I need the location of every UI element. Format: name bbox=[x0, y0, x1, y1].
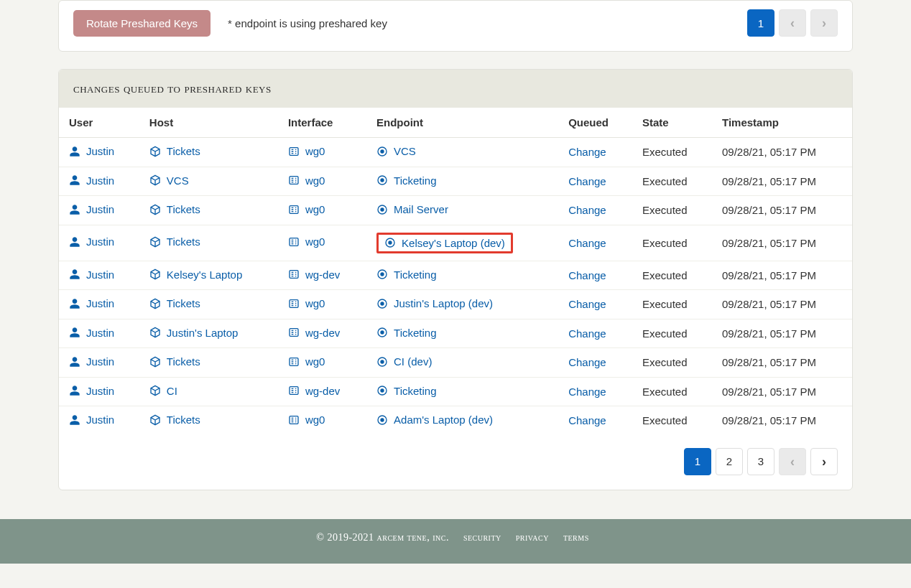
host-label: Tickets bbox=[167, 145, 200, 157]
host-link[interactable]: CI bbox=[149, 385, 177, 397]
interface-link[interactable]: wg0 bbox=[288, 355, 325, 368]
endpoint-link[interactable]: CI (dev) bbox=[376, 355, 432, 368]
person-icon bbox=[69, 236, 80, 248]
svg-rect-18 bbox=[290, 329, 298, 337]
queued-change-link[interactable]: Change bbox=[568, 356, 606, 368]
interface-link[interactable]: wg-dev bbox=[288, 385, 340, 397]
endpoint-link[interactable]: Justin's Laptop (dev) bbox=[376, 297, 493, 309]
cube-icon bbox=[149, 269, 161, 280]
page-1-button[interactable]: 1 bbox=[747, 9, 774, 37]
interface-link[interactable]: wg0 bbox=[288, 203, 325, 215]
endpoint-link[interactable]: Ticketing bbox=[376, 269, 436, 281]
endpoint-link[interactable]: Mail Server bbox=[376, 203, 448, 215]
queued-change-link[interactable]: Change bbox=[568, 298, 606, 310]
svg-rect-24 bbox=[290, 387, 298, 395]
queued-change-link[interactable]: Change bbox=[568, 386, 606, 398]
user-link[interactable]: Justin bbox=[69, 174, 114, 187]
table-row: JustinJustin's Laptopwg-devTicketingChan… bbox=[59, 319, 852, 348]
interface-link[interactable]: wg0 bbox=[288, 145, 325, 157]
endpoint-link[interactable]: Kelsey's Laptop (dev) bbox=[376, 233, 513, 253]
interface-link[interactable]: wg0 bbox=[288, 414, 325, 426]
interface-link[interactable]: wg-dev bbox=[288, 327, 340, 339]
interface-link[interactable]: wg-dev bbox=[288, 269, 340, 281]
table-row: JustinTicketswg0VCSChangeExecuted09/28/2… bbox=[59, 138, 852, 167]
host-link[interactable]: Tickets bbox=[149, 355, 200, 368]
footer-link-security[interactable]: security bbox=[463, 532, 501, 543]
queued-change-link[interactable]: Change bbox=[568, 175, 606, 187]
user-link[interactable]: Justin bbox=[69, 235, 114, 248]
endpoint-link[interactable]: Ticketing bbox=[376, 174, 436, 187]
host-link[interactable]: Kelsey's Laptop bbox=[149, 269, 242, 281]
queued-change-link[interactable]: Change bbox=[568, 237, 606, 249]
user-link[interactable]: Justin bbox=[69, 269, 114, 281]
chevron-right-icon: › bbox=[822, 17, 826, 29]
top-pagination: 1 ‹ › bbox=[747, 9, 838, 37]
person-icon bbox=[69, 204, 80, 215]
host-link[interactable]: Tickets bbox=[149, 145, 200, 157]
state-label: Executed bbox=[642, 386, 688, 398]
rotate-preshared-keys-button[interactable]: Rotate Preshared Keys bbox=[73, 10, 211, 37]
user-link[interactable]: Justin bbox=[69, 414, 114, 426]
person-icon bbox=[69, 298, 80, 309]
interface-link[interactable]: wg0 bbox=[288, 297, 325, 309]
page-3-button[interactable]: 3 bbox=[747, 448, 774, 475]
svg-point-26 bbox=[380, 388, 384, 392]
endpoint-link[interactable]: Ticketing bbox=[376, 327, 436, 339]
host-link[interactable]: Tickets bbox=[149, 203, 200, 215]
user-label: Justin bbox=[86, 297, 114, 309]
endpoint-link[interactable]: Ticketing bbox=[376, 385, 436, 397]
interface-icon bbox=[288, 414, 300, 426]
host-link[interactable]: Tickets bbox=[149, 414, 200, 426]
host-link[interactable]: VCS bbox=[149, 174, 189, 187]
table-row: JustinKelsey's Laptopwg-devTicketingChan… bbox=[59, 261, 852, 290]
endpoint-icon bbox=[376, 269, 388, 280]
host-link[interactable]: Tickets bbox=[149, 235, 200, 248]
host-link[interactable]: Justin's Laptop bbox=[149, 327, 239, 339]
svg-rect-3 bbox=[290, 177, 298, 185]
user-link[interactable]: Justin bbox=[69, 327, 114, 339]
footer-link-terms[interactable]: terms bbox=[563, 532, 589, 543]
user-label: Justin bbox=[86, 385, 114, 397]
queued-change-link[interactable]: Change bbox=[568, 204, 606, 216]
cube-icon bbox=[149, 356, 161, 368]
state-label: Executed bbox=[642, 414, 688, 426]
queued-change-link[interactable]: Change bbox=[568, 327, 606, 340]
queued-change-link[interactable]: Change bbox=[568, 269, 606, 281]
interface-link[interactable]: wg0 bbox=[288, 174, 325, 187]
col-user: User bbox=[59, 108, 139, 138]
host-link[interactable]: Tickets bbox=[149, 297, 200, 309]
timestamp-label: 09/28/21, 05:17 PM bbox=[722, 386, 816, 398]
page-2-button[interactable]: 2 bbox=[716, 448, 743, 475]
svg-point-14 bbox=[380, 272, 384, 276]
changes-queued-panel: changes queued to preshared keys User Ho… bbox=[58, 69, 853, 490]
cube-icon bbox=[149, 204, 161, 215]
cube-icon bbox=[149, 236, 161, 248]
person-icon bbox=[69, 146, 80, 157]
host-label: Kelsey's Laptop bbox=[167, 269, 242, 281]
svg-rect-9 bbox=[290, 238, 298, 246]
user-link[interactable]: Justin bbox=[69, 385, 114, 397]
user-link[interactable]: Justin bbox=[69, 297, 114, 309]
svg-point-11 bbox=[388, 241, 392, 244]
svg-point-23 bbox=[380, 360, 384, 363]
user-link[interactable]: Justin bbox=[69, 203, 114, 215]
cube-icon bbox=[149, 414, 161, 426]
next-page-button[interactable]: › bbox=[810, 448, 838, 475]
user-link[interactable]: Justin bbox=[69, 355, 114, 368]
page-1-button[interactable]: 1 bbox=[684, 448, 711, 475]
endpoint-link[interactable]: Adam's Laptop (dev) bbox=[376, 414, 493, 426]
user-link[interactable]: Justin bbox=[69, 145, 114, 157]
endpoint-link[interactable]: VCS bbox=[376, 145, 416, 157]
user-label: Justin bbox=[86, 174, 114, 187]
table-row: JustinTicketswg0Mail ServerChangeExecute… bbox=[59, 196, 852, 225]
interface-link[interactable]: wg0 bbox=[288, 235, 325, 248]
queued-change-link[interactable]: Change bbox=[568, 414, 606, 426]
site-footer: © 2019-2021 arcem tene, inc. security pr… bbox=[0, 519, 911, 564]
host-label: Justin's Laptop bbox=[167, 327, 239, 339]
preshared-keys-actions-card: Rotate Preshared Keys * endpoint is usin… bbox=[58, 0, 853, 52]
queued-change-link[interactable]: Change bbox=[568, 146, 606, 158]
endpoint-icon bbox=[376, 146, 388, 157]
host-label: Tickets bbox=[167, 414, 200, 426]
footer-link-privacy[interactable]: privacy bbox=[516, 532, 549, 543]
timestamp-label: 09/28/21, 05:17 PM bbox=[722, 204, 816, 216]
